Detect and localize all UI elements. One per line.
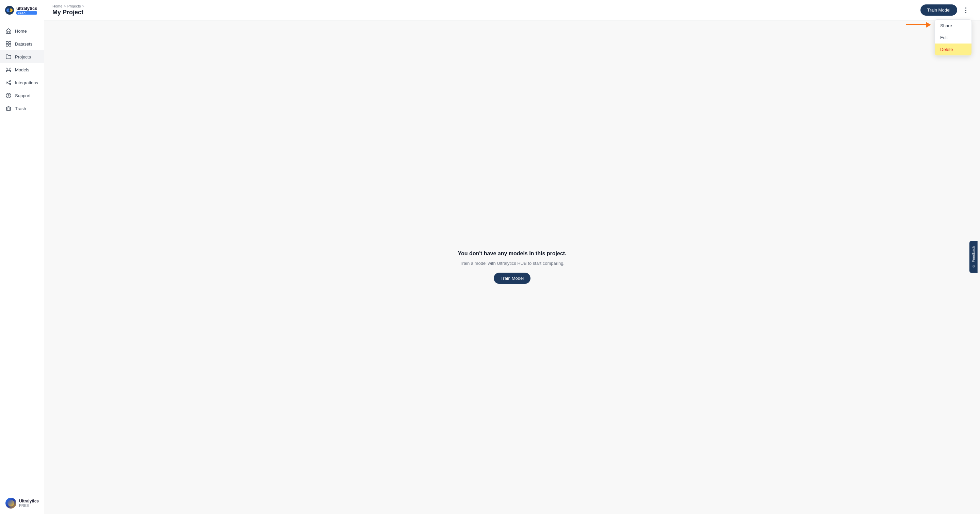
avatar [5, 498, 16, 509]
sidebar-nav: Home Datasets Projects [0, 22, 44, 492]
feedback-tab[interactable]: ☺ Feedback [969, 241, 978, 273]
sidebar-item-home[interactable]: Home [0, 24, 44, 37]
empty-state: You don't have any models in this projec… [458, 251, 566, 284]
svg-line-14 [7, 69, 8, 70]
datasets-icon [5, 41, 11, 47]
sidebar-item-models[interactable]: Models [0, 63, 44, 76]
svg-point-3 [8, 9, 11, 11]
svg-rect-8 [9, 44, 11, 46]
svg-point-13 [10, 71, 11, 72]
svg-line-22 [8, 83, 10, 84]
arrow-annotation [906, 22, 931, 27]
main-content: Home > Projects > My Project Train Model… [44, 0, 980, 514]
user-plan: FREE [19, 503, 39, 508]
svg-rect-7 [6, 44, 8, 46]
svg-point-11 [10, 68, 11, 69]
page-header: Home > Projects > My Project Train Model… [44, 0, 980, 21]
sidebar-footer: Ultralytics FREE [0, 492, 44, 514]
trash-icon [5, 105, 11, 111]
ultralytics-logo-icon [5, 5, 14, 15]
svg-rect-4 [8, 31, 10, 33]
svg-line-15 [9, 69, 10, 70]
sidebar-item-projects[interactable]: Projects [0, 50, 44, 63]
arrow-line [906, 24, 927, 25]
sidebar-item-projects-label: Projects [15, 54, 31, 59]
breadcrumb-trail: Home > Projects > [52, 4, 84, 8]
svg-line-21 [8, 82, 10, 82]
svg-point-20 [10, 83, 11, 85]
svg-point-18 [6, 82, 8, 83]
dropdown-delete[interactable]: Delete [935, 43, 972, 56]
svg-line-16 [7, 70, 8, 71]
svg-point-10 [6, 68, 7, 69]
empty-state-subtitle: Train a model with Ultralytics HUB to st… [460, 261, 565, 266]
feedback-icon: ☺ [972, 265, 975, 268]
svg-line-17 [9, 70, 10, 71]
sidebar-item-trash[interactable]: Trash [0, 102, 44, 115]
train-model-button[interactable]: Train Model [920, 5, 957, 16]
more-options-button[interactable]: ⋮ [960, 5, 972, 16]
svg-point-19 [10, 81, 11, 82]
empty-state-title: You don't have any models in this projec… [458, 251, 566, 257]
arrow-head [926, 22, 931, 27]
svg-point-24 [8, 97, 8, 97]
page-title: My Project [52, 9, 84, 16]
models-icon [5, 67, 11, 73]
logo-area: ultralytics BETA [0, 0, 44, 22]
svg-rect-5 [6, 41, 8, 43]
app-name: ultralytics [16, 6, 37, 11]
integrations-icon [5, 79, 11, 86]
sidebar-item-support-label: Support [15, 93, 30, 98]
sidebar-item-support[interactable]: Support [0, 89, 44, 102]
three-dots-icon: ⋮ [963, 6, 969, 14]
sidebar: ultralytics BETA Home [0, 0, 44, 514]
header-actions: Train Model ⋮ Share Edit Delete [920, 5, 972, 16]
sidebar-item-datasets-label: Datasets [15, 41, 32, 47]
sidebar-item-datasets[interactable]: Datasets [0, 37, 44, 50]
dropdown-share[interactable]: Share [935, 20, 972, 32]
sidebar-item-trash-label: Trash [15, 106, 26, 111]
sidebar-item-integrations-label: Integrations [15, 80, 38, 85]
breadcrumb-home[interactable]: Home [52, 4, 62, 8]
svg-point-12 [6, 71, 7, 72]
svg-rect-25 [6, 107, 11, 111]
dropdown-edit[interactable]: Edit [935, 32, 972, 43]
breadcrumb: Home > Projects > My Project [52, 4, 84, 16]
sidebar-item-home-label: Home [15, 29, 27, 34]
page-body: You don't have any models in this projec… [44, 21, 980, 514]
feedback-label: Feedback [972, 246, 975, 262]
support-icon [5, 92, 11, 98]
user-name: Ultralytics [19, 499, 39, 503]
home-icon [5, 28, 11, 34]
projects-icon [5, 54, 11, 60]
sidebar-item-models-label: Models [15, 67, 29, 72]
train-model-cta-button[interactable]: Train Model [494, 273, 530, 284]
dropdown-menu: Share Edit Delete [934, 19, 972, 56]
sidebar-item-integrations[interactable]: Integrations [0, 76, 44, 89]
svg-rect-6 [9, 41, 11, 43]
beta-badge: BETA [16, 11, 37, 14]
breadcrumb-projects[interactable]: Projects [67, 4, 81, 8]
